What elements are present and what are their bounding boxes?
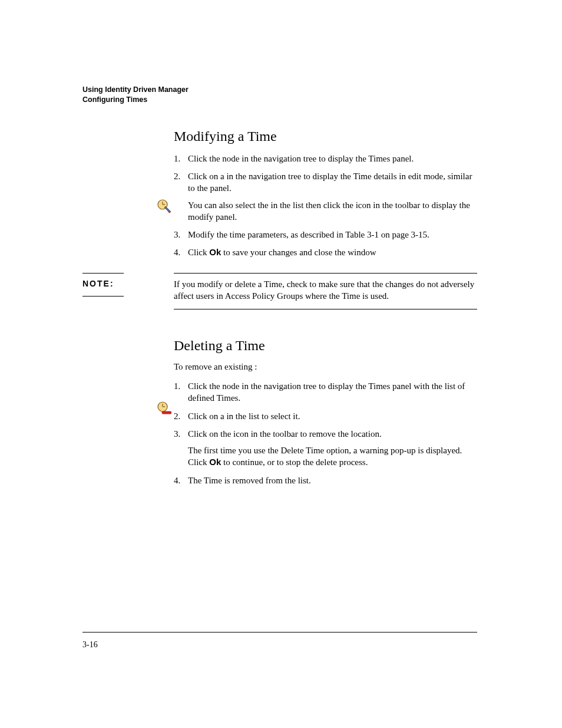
delete-time-icon <box>156 400 171 416</box>
step-subtext: You can also select the in the list then… <box>188 199 474 223</box>
modifying-step-2: 2. Click on a in the navigation tree to … <box>174 170 474 223</box>
deleting-steps: 1. Click the node in the navigation tree… <box>174 380 474 486</box>
heading-modifying-time: Modifying a Time <box>174 129 474 144</box>
deleting-intro: To remove an existing : <box>174 362 474 372</box>
step-body: Click on the icon in the toolbar to remo… <box>188 428 474 469</box>
deleting-step-2: 2. Click on a in the list to select it. <box>174 410 474 422</box>
modify-time-icon <box>156 198 171 213</box>
step-number: 4. <box>174 475 188 486</box>
running-header: Using Identity Driven Manager Configurin… <box>82 85 477 105</box>
deleting-step-4: 4. The Time is removed from the list. <box>174 475 474 486</box>
step-body: The Time is removed from the list. <box>188 475 474 486</box>
step-number: 3. <box>174 428 188 469</box>
body-column-2: Deleting a Time To remove an existing : … <box>174 309 474 486</box>
deleting-step-1: 1. Click the node in the navigation tree… <box>174 380 474 404</box>
ok-label: Ok <box>209 247 221 257</box>
step-number: 1. <box>174 153 188 164</box>
note-body: If you modify or delete a Time, check to… <box>174 273 477 310</box>
page-content: Using Identity Driven Manager Configurin… <box>82 85 477 492</box>
step-number: 1. <box>174 380 188 404</box>
step-body: Modify the time parameters, as described… <box>188 229 474 241</box>
step-number: 2. <box>174 170 188 223</box>
step-body: Click on a in the navigation tree to dis… <box>188 170 474 223</box>
step-subtext: The first time you use the Delete Time o… <box>188 444 474 469</box>
page-number: 3-16 <box>82 640 98 650</box>
running-header-line2: Configuring Times <box>82 95 477 105</box>
ok-label: Ok <box>209 457 221 467</box>
footer-rule <box>82 632 477 633</box>
step-number: 2. <box>174 410 188 422</box>
running-header-line1: Using Identity Driven Manager <box>82 85 477 95</box>
step-number: 3. <box>174 229 188 241</box>
step-body: Click on a in the list to select it. <box>188 410 474 422</box>
note-label-wrap: NOTE: <box>82 273 174 297</box>
deleting-step-3: 3. Click on the icon in the toolbar to r… <box>174 428 474 469</box>
heading-deleting-time: Deleting a Time <box>174 338 474 354</box>
modifying-step-4: 4. Click Ok to save your changes and clo… <box>174 246 474 258</box>
body-column: Modifying a Time 1. Click the node in th… <box>174 129 474 259</box>
note-block: NOTE: If you modify or delete a Time, ch… <box>82 273 477 310</box>
step-body: Click the node in the navigation tree to… <box>188 380 474 404</box>
step-body: Click Ok to save your changes and close … <box>188 246 474 258</box>
modifying-step-1: 1. Click the node in the navigation tree… <box>174 153 474 164</box>
note-label: NOTE: <box>82 273 124 297</box>
modifying-step-3: 3. Modify the time parameters, as descri… <box>174 229 474 241</box>
modifying-steps: 1. Click the node in the navigation tree… <box>174 153 474 259</box>
step-number: 4. <box>174 246 188 258</box>
step-body: Click the node in the navigation tree to… <box>188 153 474 164</box>
